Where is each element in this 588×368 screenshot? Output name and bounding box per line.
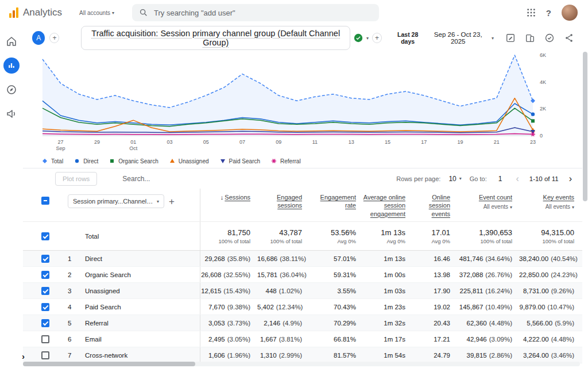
select-all-checkbox[interactable]: [41, 197, 49, 205]
row-checkbox[interactable]: [41, 287, 49, 295]
metric-value: 9,879.00: [520, 304, 546, 310]
nav-explore[interactable]: [1, 79, 22, 100]
table-row: 5Referral3,053(3.73%)2,146(4.9%)70.29%1m…: [23, 315, 582, 331]
column-header-key-events[interactable]: Key eventsAll events▾: [519, 193, 581, 211]
goto-input[interactable]: 1: [495, 175, 506, 183]
sidebar-expand-icon[interactable]: ›: [22, 351, 25, 361]
nav-home[interactable]: [1, 31, 22, 52]
metric-cell: 5,402(12.34%): [257, 304, 309, 310]
share-button[interactable]: [564, 33, 574, 43]
table-row: 6Email2,495(3.05%)1,667(3.81%)66.81%1m 1…: [23, 331, 582, 347]
column-filter[interactable]: All events▾: [457, 203, 512, 210]
metric-cell: 1,667(3.81%): [257, 336, 309, 343]
column-filter[interactable]: All events▾: [519, 203, 574, 210]
metric-cell: 20.43: [412, 320, 457, 327]
metric-cell: 22,850.00(24.23%): [519, 271, 581, 278]
nav-advertising[interactable]: [1, 103, 22, 124]
next-page-icon[interactable]: ›: [567, 174, 574, 184]
account-picker[interactable]: All accounts ▾: [79, 10, 114, 16]
table-toolbar: Plot rows Rows per page: 10 ▾ Go to: 1 ‹…: [23, 168, 582, 189]
metric-cell: 1m 13s: [363, 255, 412, 262]
report-avatar[interactable]: A: [32, 31, 45, 45]
metric-cell: 57.01%: [309, 255, 363, 262]
metric-cell: 3,264.00(3.46%): [519, 352, 581, 359]
dimension-selector[interactable]: Session primary...Channel Group)▾: [68, 194, 164, 208]
metric-cell: 17.21: [412, 336, 457, 343]
insights-button[interactable]: [544, 33, 555, 43]
vertical-scrollbar-thumb[interactable]: [583, 52, 587, 201]
analytics-logo-icon[interactable]: [7, 7, 18, 18]
table-header-row: Session primary...Channel Group)▾+↓Sessi…: [23, 189, 582, 222]
nav-reports[interactable]: [1, 55, 22, 76]
row-checkbox[interactable]: [41, 303, 49, 311]
metric-cell: 38,240.00(40.54%): [519, 255, 581, 262]
column-header-engaged-sessions[interactable]: Engaged sessions: [257, 193, 309, 210]
vertical-scrollbar[interactable]: [583, 26, 587, 360]
chevron-down-icon: ▾: [510, 205, 512, 210]
row-checkbox[interactable]: [41, 319, 49, 327]
sessions-line-chart[interactable]: 02K4K6K27Sep2901Oct030507091113151719212…: [37, 52, 582, 154]
row-checkbox[interactable]: [41, 232, 49, 240]
report-title[interactable]: Traffic acquisition: Session primary cha…: [81, 26, 350, 50]
metric-subtext: (3.73%): [227, 320, 250, 327]
user-avatar[interactable]: [562, 5, 578, 21]
metric-subtext: (38.11%): [280, 255, 306, 262]
legend-item-organic-search[interactable]: Organic Search: [109, 158, 158, 164]
row-checkbox[interactable]: [41, 255, 49, 263]
metric-subtext: (4.48%): [489, 320, 512, 327]
legend-item-unassigned[interactable]: Unassigned: [169, 158, 209, 164]
apps-grid-icon[interactable]: [527, 8, 536, 17]
horizontal-scrollbar[interactable]: [23, 362, 580, 366]
table-row: 2Organic Search26,608(32.55%)15,781(36.0…: [23, 267, 582, 283]
legend-item-total[interactable]: Total: [41, 158, 63, 164]
brand: Analytics All accounts ▾: [7, 7, 114, 18]
legend-item-direct[interactable]: Direct: [74, 158, 98, 164]
add-report-icon[interactable]: +: [372, 33, 382, 43]
legend-label: Unassigned: [179, 158, 209, 164]
column-header-engagement-rate[interactable]: Engagement rate: [309, 193, 363, 210]
column-header-average-online-session-engagement[interactable]: Average online session engagement: [363, 193, 412, 218]
metric-subtext: 100% of total: [257, 238, 302, 244]
add-comparison-icon[interactable]: +: [49, 33, 59, 43]
column-header-sessions[interactable]: ↓Sessions: [200, 193, 257, 201]
metric-subtext: (24.23%): [551, 271, 578, 278]
prev-page-icon[interactable]: ‹: [513, 174, 521, 184]
metric-value: 1m 13s: [384, 255, 405, 262]
table-total-row: Total81,750100% of total43,787100% of to…: [23, 222, 582, 251]
table-row: 3Unassigned12,615(15.43%)448(1.02%)3.55%…: [23, 283, 582, 299]
metric-subtext: (1.02%): [279, 288, 302, 294]
column-header-event-count[interactable]: Event countAll events▾: [457, 193, 519, 211]
plot-rows-button[interactable]: Plot rows: [55, 172, 97, 186]
date-range-picker[interactable]: Last 28 days Sep 26 - Oct 23, 2025 ▾: [391, 31, 494, 45]
column-label: Engaged sessions: [277, 194, 302, 209]
table-search-input[interactable]: [122, 175, 231, 183]
row-checkbox[interactable]: [41, 335, 49, 343]
metric-value: 2,495: [208, 336, 225, 343]
metric-subtext: (5.9%): [555, 320, 574, 327]
legend-item-paid-search[interactable]: Paid Search: [219, 158, 260, 164]
legend-item-referral[interactable]: Referral: [270, 158, 301, 164]
metric-value: 94,315.00: [519, 228, 574, 237]
title-chevron-down-icon[interactable]: ▾: [366, 36, 369, 41]
svg-text:17: 17: [421, 139, 427, 145]
channel-name: Unassigned: [85, 288, 200, 294]
svg-text:Oct: Oct: [129, 145, 138, 151]
add-dimension-button[interactable]: +: [169, 197, 175, 206]
metric-subtext: 100% of total: [200, 238, 250, 244]
rows-per-page-select[interactable]: 10 ▾: [448, 175, 461, 183]
metric-value: 3.55%: [337, 288, 356, 294]
row-checkbox[interactable]: [41, 351, 49, 359]
column-header-online-session-events[interactable]: Online session events: [412, 193, 457, 218]
search-input[interactable]: [154, 9, 372, 17]
metric-value: 8,731.00: [523, 288, 549, 294]
svg-text:07: 07: [239, 139, 245, 145]
horizontal-scrollbar-thumb[interactable]: [23, 362, 195, 366]
metric-cell: 19.02: [412, 304, 457, 310]
row-checkbox[interactable]: [41, 271, 49, 279]
global-search[interactable]: [132, 4, 379, 21]
help-icon[interactable]: ?: [546, 8, 551, 18]
edit-note-button[interactable]: [505, 33, 516, 43]
metric-cell: 9,879.00(10.47%): [519, 304, 581, 310]
metric-cell: 145,867(10.49%): [457, 304, 519, 310]
compare-button[interactable]: [525, 33, 535, 43]
